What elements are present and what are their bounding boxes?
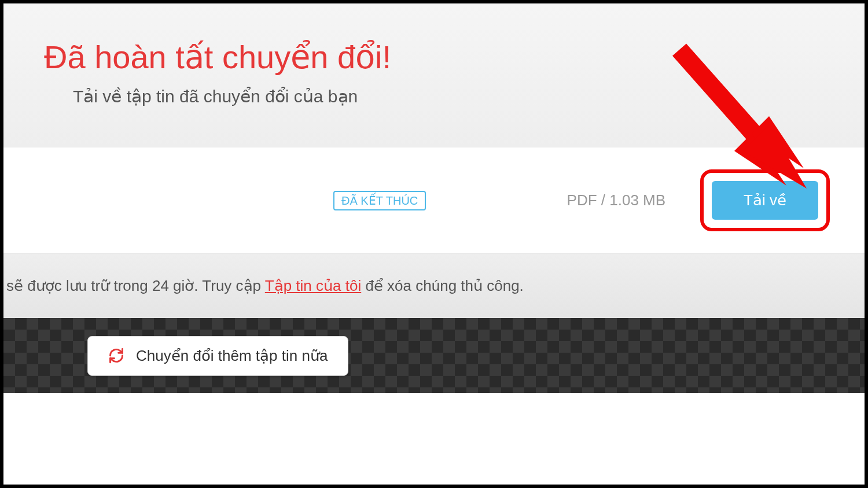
storage-prefix: sẽ được lưu trữ trong 24 giờ. Truy cập — [6, 277, 265, 294]
storage-info: sẽ được lưu trữ trong 24 giờ. Truy cập T… — [3, 254, 865, 318]
refresh-icon — [108, 347, 124, 364]
footer-section: Chuyển đổi thêm tập tin nữa — [3, 318, 865, 393]
file-info: PDF / 1.03 MB — [567, 191, 666, 209]
status-badge: ĐÃ KẾT THÚC — [333, 191, 426, 210]
page-subtitle: Tải về tập tin đã chuyển đổi của bạn — [44, 86, 847, 106]
outer-frame: Đã hoàn tất chuyển đổi! Tải về tập tin đ… — [0, 0, 868, 488]
storage-suffix: để xóa chúng thủ công. — [361, 277, 524, 294]
file-row: ĐÃ KẾT THÚC PDF / 1.03 MB Tải về — [3, 147, 865, 254]
download-button-highlight: Tải về — [700, 169, 830, 231]
bottom-space — [3, 393, 865, 451]
convert-more-label: Chuyển đổi thêm tập tin nữa — [136, 347, 328, 365]
convert-more-button[interactable]: Chuyển đổi thêm tập tin nữa — [87, 336, 348, 376]
page-title: Đã hoàn tất chuyển đổi! — [44, 38, 847, 76]
download-button[interactable]: Tải về — [712, 181, 818, 220]
my-files-link[interactable]: Tập tin của tôi — [265, 277, 361, 294]
header-section: Đã hoàn tất chuyển đổi! Tải về tập tin đ… — [3, 3, 865, 147]
file-row-left: ĐÃ KẾT THÚC — [21, 191, 509, 210]
